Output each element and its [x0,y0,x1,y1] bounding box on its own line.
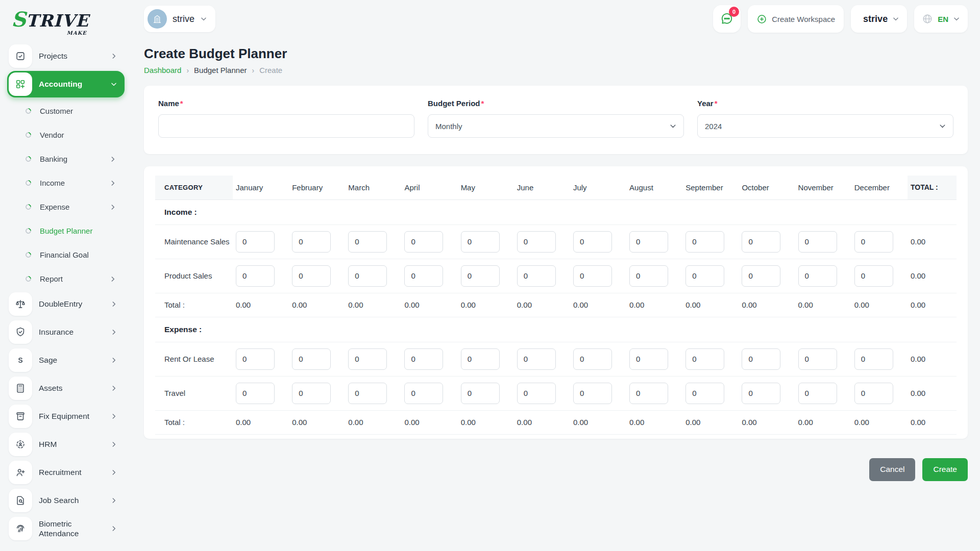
category-row-rent-or-lease: Rent Or Lease0.00 [155,342,957,376]
sidebar-item-label: HRM [39,439,110,449]
budget-value-input-product-sales-october[interactable] [742,265,780,287]
budget-value-input-maintenance-sales-july[interactable] [573,231,612,253]
year-select[interactable]: 2024 [697,114,953,138]
breadcrumb-budget-planner[interactable]: Budget Planner [194,66,247,74]
budget-value-input-product-sales-february[interactable] [292,265,331,287]
sidebar-item-label: Recruitment [39,467,110,477]
letter-s-icon: S [9,348,32,372]
name-input[interactable] [158,114,414,138]
sidebar-item-projects[interactable]: Projects [7,43,125,69]
budget-period-select[interactable]: Monthly [428,114,684,138]
message-count-badge: 0 [729,7,739,17]
budget-value-input-travel-september[interactable] [685,383,724,404]
sidebar-item-customer[interactable]: Customer [7,99,125,123]
sidebar-item-accounting[interactable]: Accounting [7,71,125,97]
budget-value-input-maintenance-sales-november[interactable] [798,231,837,253]
sidebar-item-sage[interactable]: SSage [7,347,125,373]
month-column-header: January [233,176,289,199]
budget-value-input-maintenance-sales-december[interactable] [854,231,893,253]
month-total-value: 0.00 [514,410,570,434]
sidebar-item-financial-goal[interactable]: Financial Goal [7,243,125,267]
section-totals-row: Total :0.000.000.000.000.000.000.000.000… [155,293,957,317]
budget-value-input-maintenance-sales-march[interactable] [348,231,387,253]
bullet-ring-icon [24,179,33,187]
budget-value-input-travel-july[interactable] [573,383,612,404]
calculator-icon [9,377,32,400]
budget-value-input-rent-or-lease-may[interactable] [461,348,500,370]
sidebar-item-fix-equipment[interactable]: Fix Equipment [7,403,125,430]
budget-value-input-product-sales-april[interactable] [404,265,443,287]
budget-value-input-travel-april[interactable] [404,383,443,404]
chevron-right-icon [110,357,117,364]
budget-value-input-rent-or-lease-august[interactable] [629,348,668,370]
budget-value-input-travel-august[interactable] [629,383,668,404]
budget-value-input-maintenance-sales-october[interactable] [742,231,780,253]
budget-value-input-maintenance-sales-august[interactable] [629,231,668,253]
budget-value-input-product-sales-march[interactable] [348,265,387,287]
sidebar-item-vendor[interactable]: Vendor [7,123,125,147]
workspace-avatar [148,9,167,29]
chevron-down-icon [200,15,207,22]
budget-value-input-travel-may[interactable] [461,383,500,404]
workspace-selector[interactable]: strive [851,5,907,33]
sidebar-item-job-search[interactable]: Job Search [7,487,125,514]
budget-value-input-product-sales-january[interactable] [236,265,275,287]
budget-value-input-product-sales-june[interactable] [517,265,556,287]
month-total-value: 0.00 [682,293,739,317]
budget-value-input-product-sales-july[interactable] [573,265,612,287]
sidebar-item-budget-planner[interactable]: Budget Planner [7,219,125,243]
sidebar-item-doubleentry[interactable]: DoubleEntry [7,291,125,317]
budget-value-input-rent-or-lease-march[interactable] [348,348,387,370]
budget-value-input-travel-january[interactable] [236,383,275,404]
sidebar-item-income[interactable]: Income [7,171,125,195]
sidebar-item-biometric-attendance[interactable]: Biometric Attendance [7,515,125,542]
budget-value-input-travel-february[interactable] [292,383,331,404]
chevron-right-icon [109,156,116,163]
budget-value-input-maintenance-sales-june[interactable] [517,231,556,253]
budget-value-input-product-sales-august[interactable] [629,265,668,287]
budget-value-input-maintenance-sales-may[interactable] [461,231,500,253]
create-workspace-button[interactable]: Create Workspace [748,5,844,33]
budget-value-input-rent-or-lease-december[interactable] [854,348,893,370]
budget-value-input-product-sales-may[interactable] [461,265,500,287]
budget-value-input-maintenance-sales-february[interactable] [292,231,331,253]
sidebar-item-assets[interactable]: Assets [7,375,125,402]
cancel-button[interactable]: Cancel [869,458,915,481]
budget-value-input-rent-or-lease-july[interactable] [573,348,612,370]
budget-value-input-maintenance-sales-september[interactable] [685,231,724,253]
sidebar-item-insurance[interactable]: Insurance [7,319,125,345]
month-total-value: 0.00 [401,410,457,434]
budget-value-input-rent-or-lease-june[interactable] [517,348,556,370]
budget-value-input-rent-or-lease-april[interactable] [404,348,443,370]
sidebar-item-hrm[interactable]: HRM [7,431,125,458]
sidebar-item-recruitment[interactable]: Recruitment [7,459,125,486]
budget-value-input-travel-december[interactable] [854,383,893,404]
budget-value-input-travel-june[interactable] [517,383,556,404]
budget-value-input-product-sales-december[interactable] [854,265,893,287]
budget-value-input-rent-or-lease-february[interactable] [292,348,331,370]
sidebar-item-banking[interactable]: Banking [7,147,125,171]
budget-value-input-product-sales-november[interactable] [798,265,837,287]
logo-letter-s: S [11,9,26,30]
breadcrumb-dashboard[interactable]: Dashboard [144,66,181,74]
budget-value-input-travel-march[interactable] [348,383,387,404]
budget-value-input-rent-or-lease-january[interactable] [236,348,275,370]
chevron-down-icon [892,15,899,22]
budget-value-input-rent-or-lease-september[interactable] [685,348,724,370]
category-name: Travel [155,376,233,410]
month-total-value: 0.00 [795,293,851,317]
sidebar-item-expense[interactable]: Expense [7,195,125,219]
language-selector[interactable]: EN [914,5,968,33]
budget-value-input-product-sales-september[interactable] [685,265,724,287]
budget-value-input-travel-october[interactable] [742,383,780,404]
category-name: Maintenance Sales [155,224,233,259]
budget-value-input-maintenance-sales-april[interactable] [404,231,443,253]
sidebar-item-report[interactable]: Report [7,267,125,291]
budget-value-input-rent-or-lease-november[interactable] [798,348,837,370]
budget-value-input-maintenance-sales-january[interactable] [236,231,275,253]
budget-value-input-travel-november[interactable] [798,383,837,404]
budget-value-input-rent-or-lease-october[interactable] [742,348,780,370]
workspace-pill[interactable]: strive [144,6,215,32]
messages-button[interactable]: 0 [713,5,741,33]
create-button[interactable]: Create [922,458,968,481]
